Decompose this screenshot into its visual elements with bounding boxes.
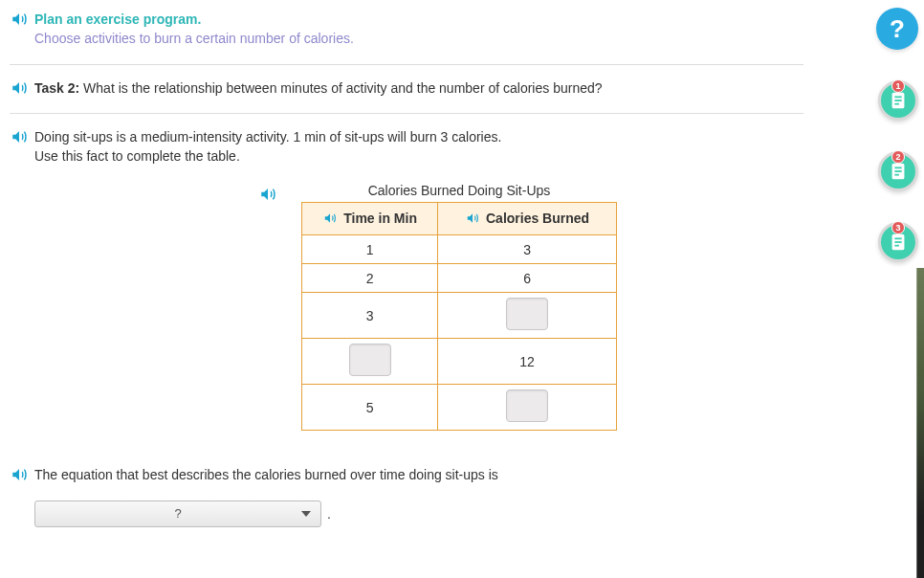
intro-block: Plan an exercise program. Choose activit… <box>10 4 803 58</box>
task-text: Task 2: What is the relationship between… <box>34 78 803 98</box>
equation-dropdown[interactable]: ? <box>34 500 321 527</box>
cell-cal <box>438 385 617 431</box>
table-row: 12 <box>302 339 617 385</box>
task-badge: 3 <box>891 221 905 234</box>
cell-time: 3 <box>302 293 438 339</box>
main-content: Plan an exercise program. Choose activit… <box>0 0 861 527</box>
right-sidebar: ? 1 2 3 <box>870 0 924 578</box>
cell-cal: 6 <box>438 264 617 293</box>
time-input[interactable] <box>349 344 391 376</box>
col-header-calories: Calories Burned <box>438 203 617 235</box>
table-row: 3 <box>302 293 617 339</box>
audio-icon[interactable] <box>10 128 29 145</box>
cell-cal <box>438 293 617 339</box>
audio-icon[interactable] <box>322 211 338 225</box>
equation-block: The equation that best describes the cal… <box>10 459 803 494</box>
sentence-period: . <box>327 506 331 522</box>
cell-cal: 12 <box>438 339 617 385</box>
cell-time: 1 <box>302 235 438 264</box>
task-badge: 1 <box>891 79 905 93</box>
audio-icon[interactable] <box>10 466 29 483</box>
instruction-block: Doing sit-ups is a medium-intensity acti… <box>10 113 803 176</box>
col-header-time: Time in Min <box>302 203 438 235</box>
table-container: Calories Burned Doing Sit-Ups Time in Mi… <box>301 183 617 431</box>
intro-title: Plan an exercise program. <box>34 11 201 27</box>
help-button[interactable]: ? <box>876 8 918 50</box>
intro-subtitle: Choose activities to burn a certain numb… <box>34 31 354 46</box>
audio-icon[interactable] <box>465 211 480 225</box>
task-badge: 2 <box>891 150 905 164</box>
cell-time <box>302 339 438 385</box>
calories-input[interactable] <box>506 298 548 330</box>
dropdown-placeholder: ? <box>174 506 181 521</box>
task-label: Task 2: <box>34 80 79 96</box>
document-icon <box>888 161 909 182</box>
task-nav-1[interactable]: 1 <box>878 80 918 121</box>
window-edge-decoration <box>916 268 924 578</box>
intro-text: Plan an exercise program. Choose activit… <box>34 10 803 49</box>
table-row: 2 6 <box>302 264 617 293</box>
audio-icon[interactable] <box>258 186 277 203</box>
instruction-line-1: Doing sit-ups is a medium-intensity acti… <box>34 129 501 144</box>
calories-input[interactable] <box>506 389 548 422</box>
data-table: Time in Min Calories Burned 1 <box>301 202 617 431</box>
help-icon: ? <box>890 14 905 44</box>
col2-label: Calories Burned <box>486 211 589 226</box>
cell-cal: 3 <box>438 235 617 264</box>
task-nav-2[interactable]: 2 <box>878 151 918 191</box>
audio-icon[interactable] <box>10 79 29 97</box>
equation-select-row: ? . <box>34 500 803 527</box>
cell-time: 2 <box>302 264 438 293</box>
table-section: Calories Burned Doing Sit-Ups Time in Mi… <box>287 183 631 431</box>
table-body: 1 3 2 6 3 12 5 <box>302 235 617 431</box>
cell-time: 5 <box>302 385 438 431</box>
task-block: Task 2: What is the relationship between… <box>10 64 803 107</box>
document-icon <box>888 232 909 253</box>
instruction-line-2: Use this fact to complete the table. <box>34 148 240 164</box>
audio-icon[interactable] <box>10 11 29 28</box>
col1-label: Time in Min <box>343 211 417 226</box>
task-nav-3[interactable]: 3 <box>878 222 918 262</box>
instruction-text: Doing sit-ups is a medium-intensity acti… <box>34 127 803 167</box>
chevron-down-icon <box>301 511 311 517</box>
task-question: What is the relationship between minutes… <box>83 80 602 96</box>
table-row: 5 <box>302 385 617 431</box>
equation-prompt: The equation that best describes the cal… <box>34 465 803 484</box>
document-icon <box>888 90 909 111</box>
table-row: 1 3 <box>302 235 617 264</box>
table-title: Calories Burned Doing Sit-Ups <box>301 183 617 198</box>
